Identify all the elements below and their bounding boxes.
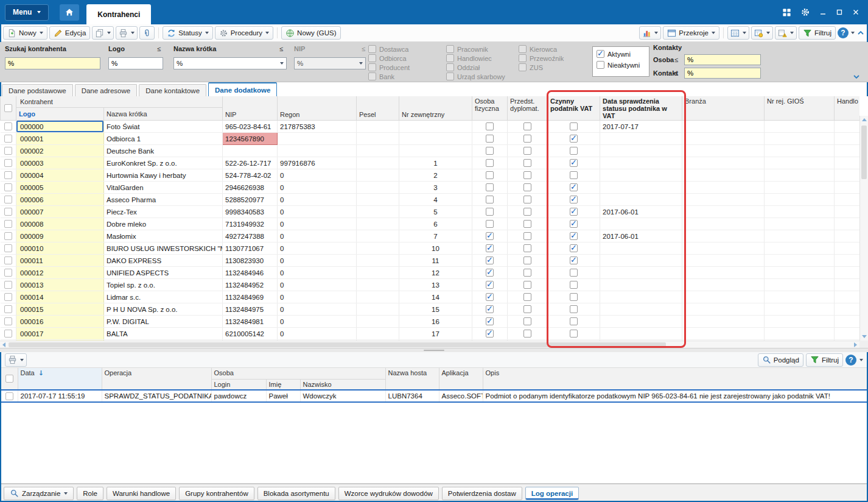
osoba-fizyczna-checkbox[interactable]	[486, 269, 494, 277]
log-column-header-operacja[interactable]: Operacja	[102, 368, 211, 390]
scroll-up-icon[interactable]	[862, 118, 867, 121]
log-column-header-imie[interactable]: Imię	[266, 379, 300, 390]
home-button[interactable]	[60, 4, 79, 21]
tab-dane-dodatkowe[interactable]: Dane dodatkowe	[208, 82, 277, 96]
osoba-fizyczna-checkbox[interactable]	[486, 122, 494, 130]
osoba-fizyczna-checkbox[interactable]	[486, 293, 494, 301]
scrollbar-thumb[interactable]	[9, 342, 666, 347]
podglad-button[interactable]: Podgląd	[758, 353, 803, 367]
log-column-header-host[interactable]: Nazwa hosta	[385, 368, 439, 390]
przedst-dyplomat-checkbox[interactable]	[523, 281, 531, 289]
print-button[interactable]	[116, 26, 138, 40]
row-select-checkbox[interactable]	[4, 183, 12, 191]
czynny-podatnik-vat-checkbox[interactable]	[570, 122, 578, 130]
czynny-podatnik-vat-checkbox[interactable]	[570, 317, 578, 325]
czynny-podatnik-vat-checkbox[interactable]	[570, 159, 578, 167]
column-header-nazwa-krotka[interactable]: Nazwa krótka	[104, 108, 223, 121]
table-row[interactable]: 000000Foto Świat965-023-84-6121787538320…	[1, 121, 860, 133]
log-column-header-opis[interactable]: Opis	[483, 368, 868, 390]
czynny-podatnik-vat-checkbox[interactable]	[570, 293, 578, 301]
nazwa-operator[interactable]: ≤	[279, 45, 283, 52]
row-select-checkbox[interactable]	[4, 330, 12, 338]
table-row[interactable]: 000005VitalGarden294662693803	[1, 182, 860, 194]
log-select-all-cell[interactable]	[1, 368, 18, 390]
przedst-dyplomat-checkbox[interactable]	[523, 135, 531, 143]
szukaj-input[interactable]	[5, 57, 100, 69]
czynny-podatnik-vat-checkbox[interactable]	[570, 281, 578, 289]
log-column-header-nazwisko[interactable]: Nazwisko	[300, 379, 385, 390]
menu-button[interactable]: Menu	[5, 4, 49, 21]
zarzadzanie-button[interactable]: Zarządzanie	[4, 487, 74, 500]
select-all-checkbox[interactable]	[4, 104, 12, 112]
table-row[interactable]: 000012UNIFIED ASPECTS1132484946012	[1, 267, 860, 279]
row-select-checkbox[interactable]	[4, 122, 12, 130]
przedst-dyplomat-checkbox[interactable]	[523, 317, 531, 325]
apps-grid-button[interactable]	[782, 8, 791, 17]
osoba-fizyczna-checkbox[interactable]	[486, 183, 494, 191]
special-window-button[interactable]	[751, 26, 773, 40]
table-row[interactable]: 000002Deutsche Bank	[1, 145, 860, 157]
czynny-podatnik-vat-checkbox[interactable]	[570, 232, 578, 240]
help-button[interactable]: ?	[838, 27, 849, 38]
nip-operator[interactable]: ≤	[362, 45, 365, 52]
alerts-button[interactable]	[775, 26, 797, 40]
edycja-button[interactable]: Edycja	[49, 26, 91, 40]
kontakt-input[interactable]	[684, 68, 761, 79]
czynny-podatnik-vat-checkbox[interactable]	[570, 220, 578, 228]
przedst-dyplomat-checkbox[interactable]	[523, 232, 531, 240]
select-all-cell[interactable]	[1, 96, 16, 121]
czynny-podatnik-vat-checkbox[interactable]	[570, 305, 578, 313]
column-header-czynny-podatnik-vat[interactable]: Czynny podatnik VAT	[548, 96, 600, 121]
help-chevron-icon[interactable]	[851, 32, 855, 34]
czynny-podatnik-vat-checkbox[interactable]	[570, 196, 578, 203]
tab-dane-kontaktowe[interactable]: Dane kontaktowe	[139, 84, 206, 96]
log-select-checkbox[interactable]	[5, 392, 13, 400]
osoba-fizyczna-checkbox[interactable]	[486, 135, 494, 143]
column-header-nr-zewnetrzny[interactable]: Nr zewnętrzny	[399, 96, 472, 121]
log-column-header-aplikacja[interactable]: Aplikacja	[439, 368, 483, 390]
copy-button[interactable]	[92, 26, 114, 40]
czynny-podatnik-vat-checkbox[interactable]	[570, 135, 578, 143]
bottom-tab-potwierdzenia-dostaw[interactable]: Potwierdzenia dostaw	[442, 487, 522, 500]
czynny-podatnik-vat-checkbox[interactable]	[570, 147, 578, 155]
row-select-checkbox[interactable]	[4, 256, 12, 264]
tab-dane-adresowe[interactable]: Dane adresowe	[75, 84, 138, 96]
przedst-dyplomat-checkbox[interactable]	[523, 305, 531, 313]
osoba-fizyczna-checkbox[interactable]	[486, 208, 494, 216]
scroll-down-icon[interactable]	[862, 335, 867, 338]
row-select-checkbox[interactable]	[4, 159, 12, 167]
filtruj-button[interactable]: Filtruj	[799, 26, 836, 40]
row-select-checkbox[interactable]	[4, 171, 12, 179]
scroll-right-icon[interactable]	[854, 342, 857, 347]
collapse-up-icon[interactable]	[856, 29, 865, 37]
przedst-dyplomat-checkbox[interactable]	[523, 256, 531, 264]
row-select-checkbox[interactable]	[4, 269, 12, 277]
log-print-button[interactable]	[5, 353, 27, 367]
column-header-nip[interactable]: NIP	[223, 96, 278, 121]
nieaktywni-checkbox[interactable]: Nieaktywni	[597, 61, 649, 69]
przedst-dyplomat-checkbox[interactable]	[523, 196, 531, 203]
settings-gear-button[interactable]	[800, 7, 810, 17]
column-header-branza[interactable]: Branża	[682, 96, 765, 121]
minimize-button[interactable]	[819, 9, 827, 16]
aktywni-checkbox[interactable]: Aktywni	[597, 50, 649, 58]
row-select-checkbox[interactable]	[4, 208, 12, 216]
bottom-tab-role[interactable]: Role	[77, 487, 103, 500]
splitter-handle[interactable]	[0, 348, 868, 352]
przekroje-button[interactable]: Przekroje	[663, 26, 719, 40]
log-column-header-data[interactable]: Data↓	[18, 368, 102, 390]
przedst-dyplomat-checkbox[interactable]	[523, 122, 531, 130]
table-row[interactable]: 000008Dobre mleko713194993206	[1, 218, 860, 230]
row-select-checkbox[interactable]	[4, 135, 12, 143]
column-header-handlowiec[interactable]: Handlo	[835, 96, 859, 121]
table-row[interactable]: 000007Piecz-Tex9998340583052017-06-01	[1, 206, 860, 218]
osoba-fizyczna-checkbox[interactable]	[486, 220, 494, 228]
table-row[interactable]: 000006Asseco Pharma528852097704	[1, 194, 860, 206]
przedst-dyplomat-checkbox[interactable]	[523, 208, 531, 216]
osoba-fizyczna-checkbox[interactable]	[486, 232, 494, 240]
log-row[interactable]: 2017-07-17 11:55:19SPRAWDZ_STATUS_PODATN…	[1, 390, 868, 402]
osoba-fizyczna-checkbox[interactable]	[486, 244, 494, 252]
row-select-checkbox[interactable]	[4, 281, 12, 289]
table-row[interactable]: 000010BIURO USŁUG INWESTORSKICH "MODUŁ"1…	[1, 242, 860, 255]
close-button[interactable]	[852, 9, 859, 16]
